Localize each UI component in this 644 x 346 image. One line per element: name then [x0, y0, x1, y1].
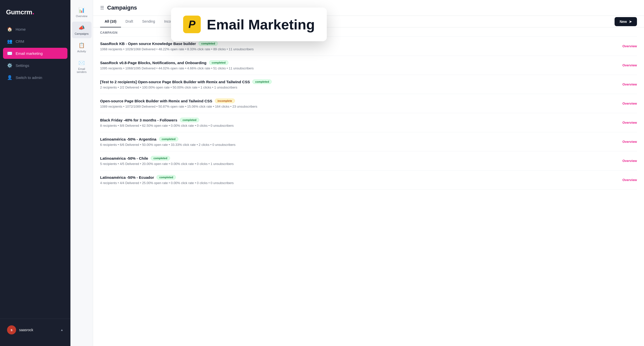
campaign-name: SaasRock v0.8-Page Blocks, Notifications… [100, 61, 207, 65]
overview-link[interactable]: Overview [622, 121, 637, 124]
campaign-name: Latinoamérica -50% - Ecuador [100, 175, 154, 180]
email-senders-icon: ✉️ [78, 60, 85, 66]
overview-link[interactable]: Overview [622, 102, 637, 105]
campaign-name-row: Black Friday -40% for 3 months - Followe… [100, 118, 616, 122]
status-badge: completed [198, 41, 218, 46]
sidebar-item-home[interactable]: 🏠 Home [3, 24, 67, 35]
logo-text: Gumcrm. [6, 8, 34, 16]
sidebar-item-crm-label: CRM [16, 39, 24, 44]
campaigns-icon: 📣 [78, 25, 85, 31]
campaign-stats: 2 recipients • 2/2 Delivered • 100.00% o… [100, 85, 616, 89]
campaign-stats: 1089 recipients • 1072/1089 Delivered • … [100, 105, 616, 108]
sidebar-nav: 🏠 Home 👥 CRM ✉️ Email marketing ⚙️ Setti… [0, 24, 70, 319]
admin-icon: 👤 [7, 75, 12, 80]
table-row: Latinoamérica -50% - Ecuador completed 4… [100, 170, 637, 190]
campaign-name: Latinoamérica -50% - Argentina [100, 137, 156, 141]
sidebar-item-email-label: Email marketing [16, 51, 43, 56]
campaign-stats: 6 recipients • 6/6 Delivered • 50.00% op… [100, 143, 616, 147]
logo-crm: crm [21, 8, 32, 16]
campaign-name-row: [Test to 2 recipients] Open-source Page … [100, 79, 616, 84]
content-layout: 📊 Overview 📣 Campaigns 📋 Activity ✉️ Ema… [70, 0, 644, 346]
campaign-name-row: Latinoamérica -50% - Ecuador completed [100, 175, 616, 180]
campaign-stats: 4 recipients • 4/4 Delivered • 25.00% op… [100, 181, 616, 185]
avatar: s [7, 325, 16, 334]
overview-link[interactable]: Overview [622, 140, 637, 144]
hamburger-icon[interactable]: ☰ [100, 5, 104, 11]
campaign-name: Open-source Page Block Builder with Remi… [100, 99, 212, 103]
campaign-info: SaasRock KB - Open source Knowledge Base… [100, 41, 616, 51]
settings-icon: ⚙️ [7, 63, 12, 68]
sidebar-item-admin-label: Switch to admin [16, 75, 42, 80]
user-profile[interactable]: s saasrock ▲ [3, 323, 67, 337]
campaign-info: Latinoamérica -50% - Ecuador completed 4… [100, 175, 616, 185]
avatar-initial: s [11, 328, 13, 332]
home-icon: 🏠 [7, 27, 12, 32]
new-button-label: New [620, 20, 627, 24]
campaign-list: Campaign SaasRock KB - Open source Knowl… [93, 27, 644, 346]
sidebar-item-settings-label: Settings [16, 63, 29, 68]
status-badge: completed [180, 118, 199, 122]
campaign-stats: 5 recipients • 4/5 Delivered • 20.00% op… [100, 162, 616, 166]
tab-sending[interactable]: Sending [138, 16, 159, 27]
campaign-stats: 8 recipients • 8/8 Delivered • 62.50% op… [100, 124, 616, 127]
logo: Gumcrm. [0, 5, 70, 24]
sidebar-item-switch-admin[interactable]: 👤 Switch to admin [3, 72, 67, 83]
campaign-info: Latinoamérica -50% - Chile completed 5 r… [100, 156, 616, 166]
sidebar-item-settings[interactable]: ⚙️ Settings [3, 60, 67, 71]
campaign-name-row: Open-source Page Block Builder with Remi… [100, 99, 616, 103]
tab-draft[interactable]: Draft [121, 16, 138, 27]
send-icon: ➤ [629, 20, 632, 24]
campaign-info: Open-source Page Block Builder with Remi… [100, 99, 616, 108]
main-wrapper: 📊 Overview 📣 Campaigns 📋 Activity ✉️ Ema… [70, 0, 644, 346]
campaign-name: Latinoamérica -50% - Chile [100, 156, 148, 160]
icon-nav-overview[interactable]: 📊 Overview [72, 4, 92, 21]
campaign-name-row: SaasRock v0.8-Page Blocks, Notifications… [100, 60, 616, 65]
campaign-rows: SaasRock KB - Open source Knowledge Base… [100, 37, 637, 190]
icon-nav-campaigns[interactable]: 📣 Campaigns [72, 22, 92, 38]
new-campaign-button[interactable]: New ➤ [615, 17, 637, 26]
sidebar-item-crm[interactable]: 👥 CRM [3, 36, 67, 47]
campaign-info: Latinoamérica -50% - Argentina completed… [100, 137, 616, 147]
crm-icon: 👥 [7, 39, 12, 44]
overview-link[interactable]: Overview [622, 63, 637, 67]
logo-gum: Gum [6, 8, 21, 16]
overview-link[interactable]: Overview [622, 44, 637, 48]
popup-overlay: P Email Marketing [171, 8, 327, 41]
table-row: Latinoamérica -50% - Chile completed 5 r… [100, 151, 637, 170]
table-row: Open-source Page Block Builder with Remi… [100, 94, 637, 113]
header-left: ☰ Campaigns [100, 5, 137, 11]
campaign-name: SaasRock KB - Open source Knowledge Base… [100, 41, 196, 46]
status-badge: completed [156, 175, 176, 180]
table-row: SaasRock v0.8-Page Blocks, Notifications… [100, 56, 637, 75]
sidebar: Gumcrm. 🏠 Home 👥 CRM ✉️ Email marketing … [0, 0, 70, 346]
status-badge: completed [151, 156, 170, 160]
campaign-stats: 1095 recipients • 1068/1095 Delivered • … [100, 66, 616, 70]
icon-nav-activity[interactable]: 📋 Activity [72, 39, 92, 56]
email-icon: ✉️ [7, 51, 12, 56]
sidebar-item-home-label: Home [16, 27, 26, 31]
table-row: Black Friday -40% for 3 months - Followe… [100, 113, 637, 132]
campaign-name-row: SaasRock KB - Open source Knowledge Base… [100, 41, 616, 46]
activity-icon: 📋 [78, 42, 85, 48]
status-badge: incomplete [215, 99, 235, 103]
overview-link[interactable]: Overview [622, 178, 637, 182]
overview-link[interactable]: Overview [622, 159, 637, 163]
status-badge: completed [159, 137, 178, 141]
sidebar-item-email-marketing[interactable]: ✉️ Email marketing [3, 48, 67, 59]
overview-link[interactable]: Overview [622, 82, 637, 86]
campaign-name-row: Latinoamérica -50% - Chile completed [100, 156, 616, 160]
page-title: Campaigns [107, 5, 137, 11]
tab-all[interactable]: All (10) [100, 16, 121, 27]
table-row: Latinoamérica -50% - Argentina completed… [100, 132, 637, 151]
icon-nav-email-senders-label: Email senders [74, 67, 90, 73]
status-badge: completed [252, 79, 272, 84]
status-badge: completed [209, 60, 228, 65]
icon-nav-campaigns-label: Campaigns [75, 32, 89, 35]
sidebar-bottom: s saasrock ▲ [0, 319, 70, 341]
campaign-stats: 1068 recipients • 1028/1068 Delivered • … [100, 47, 616, 51]
campaign-name: Black Friday -40% for 3 months - Followe… [100, 118, 177, 122]
table-row: [Test to 2 recipients] Open-source Page … [100, 75, 637, 94]
campaign-name-row: Latinoamérica -50% - Argentina completed [100, 137, 616, 141]
icon-nav-email-senders[interactable]: ✉️ Email senders [72, 57, 92, 76]
chevron-up-icon: ▲ [60, 328, 63, 332]
